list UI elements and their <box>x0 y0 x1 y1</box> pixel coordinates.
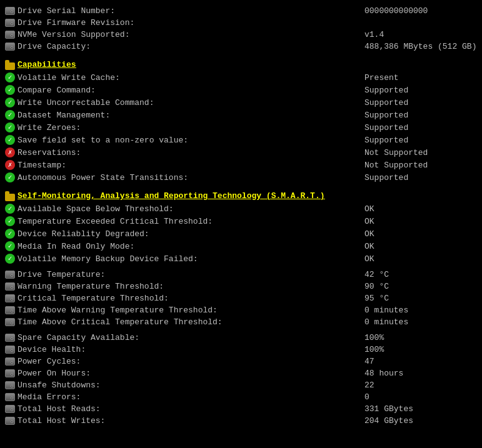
drive-icon <box>5 306 15 314</box>
check-icon: ✓ <box>5 216 15 226</box>
value-device-reliability: OK <box>352 229 477 239</box>
row-total-host-writes: Total Host Writes:204 GBytes <box>5 415 477 427</box>
label-total-host-reads: Total Host Reads: <box>18 404 101 414</box>
check-icon: ✓ <box>5 241 15 251</box>
check-icon: ✓ <box>5 72 15 82</box>
drive-icon <box>5 405 15 413</box>
check-icon: ✓ <box>5 97 15 107</box>
drive-icon <box>5 42 15 51</box>
row-time-above-warning: Time Above Warning Temperature Threshold… <box>5 304 477 316</box>
value-total-host-writes: 204 GBytes <box>352 416 477 426</box>
check-icon: ✓ <box>5 229 15 239</box>
row-time-above-critical: Time Above Critical Temperature Threshol… <box>5 316 477 328</box>
label-available-space: Available Space Below Threshold: <box>18 204 174 214</box>
drive-icon <box>5 417 15 425</box>
value-power-on-hours: 48 hours <box>352 369 477 378</box>
value-device-health: 100% <box>352 345 477 354</box>
check-icon: ✓ <box>5 122 15 132</box>
row-compare-command: ✓Compare Command:Supported <box>5 84 477 96</box>
value-nvme-version: v1.4 <box>352 30 477 39</box>
drive-icon <box>5 357 15 366</box>
value-temp-exceeded: OK <box>352 217 477 226</box>
value-timestamp: Not Supported <box>352 161 477 170</box>
row-temp-exceeded: ✓Temperature Exceeded Critical Threshold… <box>5 215 477 227</box>
value-dataset-management: Supported <box>352 111 477 120</box>
drive-icon <box>5 294 15 302</box>
label-volatile-write-cache: Volatile Write Cache: <box>18 73 120 82</box>
x-icon: ✗ <box>5 147 15 157</box>
folder-icon <box>5 62 15 70</box>
value-available-space: OK <box>352 204 477 214</box>
row-write-uncorrectable: ✓Write Uncorrectable Command:Supported <box>5 96 477 109</box>
value-volatile-write-cache: Present <box>352 73 477 82</box>
value-total-host-reads: 331 GBytes <box>352 404 477 414</box>
row-drive-firmware: Drive Firmware Revision: <box>5 17 477 29</box>
row-write-zeroes: ✓Write Zeroes:Supported <box>5 121 477 134</box>
row-drive-serial: Drive Serial Number:0000000000000 <box>5 5 477 17</box>
value-time-above-warning: 0 minutes <box>352 306 477 315</box>
row-media-read-only: ✓Media In Read Only Mode:OK <box>5 240 477 252</box>
value-media-read-only: OK <box>352 242 477 251</box>
check-icon: ✓ <box>5 135 15 145</box>
value-drive-serial: 0000000000000 <box>352 6 477 16</box>
value-write-zeroes: Supported <box>352 123 477 132</box>
label-write-uncorrectable: Write Uncorrectable Command: <box>18 98 154 107</box>
label-device-health: Device Health: <box>18 345 86 354</box>
label-nvme-version: NVMe Version Supported: <box>18 30 129 39</box>
value-power-cycles: 47 <box>352 357 477 366</box>
value-critical-temp: 95 °C <box>352 294 477 303</box>
check-icon: ✓ <box>5 172 15 182</box>
drive-icon <box>5 369 15 377</box>
label-power-on-hours: Power On Hours: <box>18 369 91 378</box>
capabilities-header[interactable]: Capabilities <box>5 56 477 71</box>
label-drive-firmware: Drive Firmware Revision: <box>18 18 134 27</box>
row-autonomous-power: ✓Autonomous Power State Transitions:Supp… <box>5 171 477 184</box>
row-drive-temp: Drive Temperature:42 °C <box>5 269 477 281</box>
check-icon: ✓ <box>5 254 15 264</box>
row-power-cycles: Power Cycles:47 <box>5 356 477 367</box>
row-save-field: ✓Save field set to a non-zero value:Supp… <box>5 134 477 146</box>
row-power-on-hours: Power On Hours:48 hours <box>5 367 477 379</box>
label-write-zeroes: Write Zeroes: <box>18 123 81 132</box>
value-warning-temp: 90 °C <box>352 282 477 291</box>
label-drive-temp: Drive Temperature: <box>18 270 105 279</box>
value-save-field: Supported <box>352 136 477 145</box>
smart-header[interactable]: Self-Monitoring, Analysis and Reporting … <box>5 187 477 202</box>
row-drive-capacity: Drive Capacity:488,386 MBytes (512 GB) <box>5 41 477 52</box>
value-compare-command: Supported <box>352 86 477 95</box>
check-icon: ✓ <box>5 110 15 120</box>
row-device-reliability: ✓Device Reliablity Degraded:OK <box>5 227 477 240</box>
label-device-reliability: Device Reliablity Degraded: <box>18 229 149 239</box>
row-unsafe-shutdowns: Unsafe Shutdowns:22 <box>5 379 477 391</box>
label-reservations: Reservations: <box>18 148 81 157</box>
drive-icon <box>5 393 15 401</box>
label-temp-exceeded: Temperature Exceeded Critical Threshold: <box>18 217 213 226</box>
drive-icon <box>5 346 15 354</box>
label-compare-command: Compare Command: <box>18 86 96 95</box>
drive-icon <box>5 31 15 39</box>
label-dataset-management: Dataset Management: <box>18 111 110 120</box>
value-spare-capacity: 100% <box>352 333 477 342</box>
value-write-uncorrectable: Supported <box>352 98 477 107</box>
drive-icon <box>5 282 15 291</box>
value-media-errors: 0 <box>352 392 477 402</box>
check-icon: ✓ <box>5 85 15 95</box>
label-timestamp: Timestamp: <box>18 161 66 170</box>
row-available-space: ✓Available Space Below Threshold:OK <box>5 202 477 215</box>
row-dataset-management: ✓Dataset Management:Supported <box>5 109 477 121</box>
label-volatile-memory: Volatile Memory Backup Device Failed: <box>18 254 198 264</box>
label-critical-temp: Critical Temperature Threshold: <box>18 294 169 303</box>
label-drive-capacity: Drive Capacity: <box>18 42 91 51</box>
label-media-errors: Media Errors: <box>18 392 81 402</box>
value-reservations: Not Supported <box>352 148 477 157</box>
label-save-field: Save field set to a non-zero value: <box>18 136 188 145</box>
value-drive-temp: 42 °C <box>352 270 477 279</box>
value-unsafe-shutdowns: 22 <box>352 381 477 390</box>
label-total-host-writes: Total Host Writes: <box>18 416 105 426</box>
value-drive-capacity: 488,386 MBytes (512 GB) <box>352 42 477 51</box>
drive-icon <box>5 334 15 342</box>
row-volatile-write-cache: ✓Volatile Write Cache:Present <box>5 71 477 84</box>
drive-icon <box>5 381 15 389</box>
row-media-errors: Media Errors:0 <box>5 391 477 403</box>
value-volatile-memory: OK <box>352 254 477 264</box>
